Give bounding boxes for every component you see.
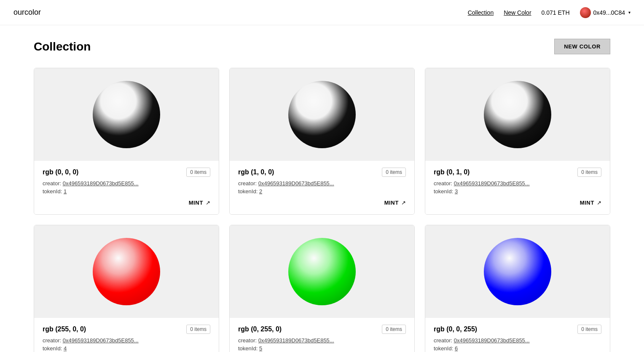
header: ourcolor Collection New Color 0.071 ETH … xyxy=(0,0,644,25)
card-tokenid: tokenId: 4 xyxy=(43,345,210,352)
wallet-address: 0x49...0C84 xyxy=(593,9,625,16)
card-tokenid: tokenId: 1 xyxy=(43,188,210,195)
color-ball-2 xyxy=(288,81,356,148)
token-id-link[interactable]: 5 xyxy=(259,345,262,352)
card-title: rgb (1, 0, 0) xyxy=(238,168,274,176)
color-card-1: rgb (0, 0, 0) 0 items creator: 0x4965931… xyxy=(34,68,219,215)
card-image-area xyxy=(34,68,219,161)
token-id-link[interactable]: 1 xyxy=(64,188,67,195)
card-creator: creator: 0x496593189D0673bd5E855... xyxy=(43,180,210,187)
card-title-row: rgb (0, 0, 0) 0 items xyxy=(43,168,210,177)
token-id-link[interactable]: 2 xyxy=(259,188,262,195)
card-info-1: rgb (0, 0, 0) 0 items creator: 0x4965931… xyxy=(34,161,219,214)
eth-balance: 0.071 ETH xyxy=(542,9,570,16)
color-ball-6 xyxy=(484,238,551,305)
card-tokenid: tokenId: 5 xyxy=(238,345,406,352)
items-badge: 0 items xyxy=(577,325,601,334)
card-tokenid: tokenId: 2 xyxy=(238,188,406,195)
card-title: rgb (0, 1, 0) xyxy=(434,168,470,176)
creator-link[interactable]: 0x496593189D0673bd5E855... xyxy=(63,180,139,187)
creator-link[interactable]: 0x496593189D0673bd5E855... xyxy=(454,180,530,187)
color-card-3: rgb (0, 1, 0) 0 items creator: 0x4965931… xyxy=(425,68,610,215)
items-badge: 0 items xyxy=(382,325,406,334)
external-link-icon[interactable]: ↗ xyxy=(401,200,406,206)
card-info-3: rgb (0, 1, 0) 0 items creator: 0x4965931… xyxy=(425,161,610,214)
color-ball-4 xyxy=(93,238,160,305)
color-ball-5 xyxy=(288,238,356,305)
color-card-6: rgb (0, 0, 255) 0 items creator: 0x49659… xyxy=(425,225,610,352)
mint-button[interactable]: MINT xyxy=(384,200,399,206)
card-mint-row: MINT ↗ xyxy=(434,200,601,206)
token-id-link[interactable]: 6 xyxy=(455,345,458,352)
nav-collection[interactable]: Collection xyxy=(468,9,494,16)
card-title-row: rgb (255, 0, 0) 0 items xyxy=(43,325,210,334)
card-mint-row: MINT ↗ xyxy=(43,200,210,206)
card-title: rgb (0, 0, 255) xyxy=(434,325,477,333)
page-title: Collection xyxy=(34,40,91,53)
card-mint-row: MINT ↗ xyxy=(238,200,406,206)
card-creator: creator: 0x496593189D0673bd5E855... xyxy=(434,180,601,187)
card-tokenid: tokenId: 3 xyxy=(434,188,601,195)
card-image-area xyxy=(425,68,610,161)
card-tokenid: tokenId: 6 xyxy=(434,345,601,352)
card-title: rgb (255, 0, 0) xyxy=(43,325,86,333)
header-right: Collection New Color 0.071 ETH 0x49...0C… xyxy=(468,7,631,18)
items-badge: 0 items xyxy=(577,168,601,177)
page-header: Collection NEW COLOR xyxy=(34,39,610,54)
chevron-down-icon: ▾ xyxy=(628,10,631,15)
card-info-2: rgb (1, 0, 0) 0 items creator: 0x4965931… xyxy=(230,161,414,214)
nav-new-color[interactable]: New Color xyxy=(504,9,531,16)
new-color-button[interactable]: NEW COLOR xyxy=(554,39,610,54)
creator-link[interactable]: 0x496593189D0673bd5E855... xyxy=(258,180,334,187)
wallet-button[interactable]: 0x49...0C84 ▾ xyxy=(580,7,631,18)
color-card-2: rgb (1, 0, 0) 0 items creator: 0x4965931… xyxy=(229,68,415,215)
card-title-row: rgb (0, 0, 255) 0 items xyxy=(434,325,601,334)
card-info-6: rgb (0, 0, 255) 0 items creator: 0x49659… xyxy=(425,318,610,352)
card-title-row: rgb (0, 255, 0) 0 items xyxy=(238,325,406,334)
color-grid: rgb (0, 0, 0) 0 items creator: 0x4965931… xyxy=(34,68,610,352)
items-badge: 0 items xyxy=(382,168,406,177)
logo: ourcolor xyxy=(13,8,41,17)
card-title-row: rgb (0, 1, 0) 0 items xyxy=(434,168,601,177)
card-image-area xyxy=(425,225,610,318)
card-title: rgb (0, 255, 0) xyxy=(238,325,282,333)
wallet-avatar xyxy=(580,7,591,18)
creator-link[interactable]: 0x496593189D0673bd5E855... xyxy=(63,337,139,344)
mint-button[interactable]: MINT xyxy=(189,200,203,206)
token-id-link[interactable]: 4 xyxy=(64,345,67,352)
card-image-area xyxy=(230,225,414,318)
creator-link[interactable]: 0x496593189D0673bd5E855... xyxy=(258,337,334,344)
color-ball-3 xyxy=(484,81,551,148)
color-card-4: rgb (255, 0, 0) 0 items creator: 0x49659… xyxy=(34,225,219,352)
mint-button[interactable]: MINT xyxy=(580,200,594,206)
token-id-link[interactable]: 3 xyxy=(455,188,458,195)
card-creator: creator: 0x496593189D0673bd5E855... xyxy=(434,337,601,344)
items-badge: 0 items xyxy=(186,168,210,177)
card-image-area xyxy=(34,225,219,318)
creator-link[interactable]: 0x496593189D0673bd5E855... xyxy=(454,337,530,344)
card-info-5: rgb (0, 255, 0) 0 items creator: 0x49659… xyxy=(230,318,414,352)
color-ball-1 xyxy=(93,81,160,148)
card-info-4: rgb (255, 0, 0) 0 items creator: 0x49659… xyxy=(34,318,219,352)
card-creator: creator: 0x496593189D0673bd5E855... xyxy=(43,337,210,344)
card-image-area xyxy=(230,68,414,161)
external-link-icon[interactable]: ↗ xyxy=(206,200,210,206)
items-badge: 0 items xyxy=(186,325,210,334)
card-title-row: rgb (1, 0, 0) 0 items xyxy=(238,168,406,177)
card-title: rgb (0, 0, 0) xyxy=(43,168,78,176)
color-card-5: rgb (0, 255, 0) 0 items creator: 0x49659… xyxy=(229,225,415,352)
card-creator: creator: 0x496593189D0673bd5E855... xyxy=(238,180,406,187)
main-content: Collection NEW COLOR rgb (0, 0, 0) 0 ite… xyxy=(0,25,644,352)
external-link-icon[interactable]: ↗ xyxy=(597,200,601,206)
card-creator: creator: 0x496593189D0673bd5E855... xyxy=(238,337,406,344)
